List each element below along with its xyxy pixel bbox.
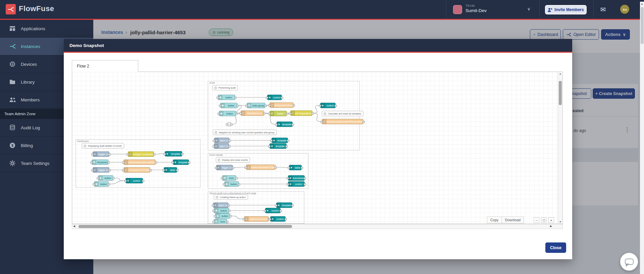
flow-node-label: sendEventDetailsToTable <box>251 165 275 170</box>
bluegray-node-icon: ▸ <box>213 203 218 208</box>
flow-node-label: button <box>224 111 236 116</box>
person-add-icon <box>548 8 552 12</box>
horizontal-scrollbar-thumb[interactable] <box>79 225 292 228</box>
scroll-up-arrow-icon[interactable]: ▲ <box>558 73 562 75</box>
ui-node-icon: ▤ <box>222 176 227 180</box>
flow-node-control: ◈control <box>288 181 305 187</box>
flow-tab[interactable]: Flow 2 <box>72 60 138 72</box>
flow-node-form: ▤form <box>214 219 227 224</box>
sidebar-item-label: Billing <box>21 143 33 148</box>
modal-title: Demo Snapshot <box>69 43 104 48</box>
teal-node-icon: ◈ <box>267 95 272 100</box>
change-node-icon: × <box>128 152 133 156</box>
sidebar-item-label: Devices <box>21 62 37 67</box>
zoom-in-button[interactable]: + <box>548 217 554 223</box>
teal-node-icon: ◈ <box>270 144 274 148</box>
flow-node-label: trigger 1x <box>97 152 109 156</box>
user-avatar[interactable]: su <box>620 5 629 14</box>
flow-node-sendAvgScoreToTable: ƒsendAvgScoreToTable <box>123 167 150 173</box>
flow-comment: steppers for showing user current questi… <box>213 130 277 135</box>
comment-icon <box>214 131 217 134</box>
flow-node-label: radio-group <box>251 103 265 108</box>
scroll-up-arrow-icon[interactable]: ▲ <box>640 2 644 5</box>
flow-node-table: ◈table <box>289 165 302 170</box>
copy-button[interactable]: Copy <box>487 217 502 223</box>
flow-node-button: ◉button <box>224 181 239 187</box>
zoom-reset-button[interactable] <box>541 217 547 223</box>
flow-node-set-msg.payload: ×set msg.payload <box>290 110 312 116</box>
flow-node-label: button <box>225 103 237 108</box>
sidebar-item-applications[interactable]: Applications <box>0 20 93 38</box>
page-scrollbar[interactable]: ▲ <box>640 2 644 274</box>
zoom-reset-circle-icon <box>543 219 545 222</box>
function-node-icon: ƒ <box>322 119 327 124</box>
flow-node-label: logEventFunction <box>249 217 268 221</box>
teal-node-icon: ◈ <box>126 178 130 183</box>
team-avatar[interactable] <box>453 5 462 14</box>
function-node-icon: ƒ <box>124 160 128 165</box>
sidebar-item-label: Team Settings <box>21 161 50 166</box>
flow-comment-label: steppers for showing user current questi… <box>219 131 275 134</box>
flow-node-dropdown: ▤dropdown <box>92 159 108 165</box>
comment-icon <box>214 86 217 89</box>
mail-icon[interactable]: ✉ <box>600 6 606 13</box>
teal-node-icon: ◈ <box>265 208 270 213</box>
flow-node-label: button <box>220 214 230 218</box>
zoom-out-button[interactable]: − <box>534 217 539 223</box>
flowfuse-logo-icon[interactable] <box>6 4 16 14</box>
flow-node-template: ◈template <box>165 151 182 156</box>
flow-node-button: ◉button <box>219 111 236 116</box>
download-button[interactable]: Download <box>502 217 524 223</box>
button-node-icon: ◉ <box>215 214 220 218</box>
teal-node-icon: ◈ <box>277 203 281 208</box>
function-node-icon: ƒ <box>244 217 249 221</box>
demo-snapshot-modal: Demo Snapshot Flow 2 AuditDashboardEvent… <box>64 39 572 259</box>
header-divider <box>593 0 594 19</box>
vertical-scrollbar[interactable]: ▲ ▼ <box>558 72 562 224</box>
flow-node-label: form <box>227 176 236 180</box>
flow-node-storeQuestionScore: ƒstoreQuestionScore <box>269 102 294 108</box>
team-name[interactable]: Sumit-Dev <box>465 8 487 13</box>
flow-node-switch: ≶switch <box>269 111 287 116</box>
zoom-controls: − + <box>534 217 554 223</box>
header-divider <box>446 0 446 19</box>
flow-link-node <box>227 122 231 126</box>
flow-node-label: table <box>294 165 301 170</box>
flow-node-inject-1x: ▸inject 1x <box>214 143 229 149</box>
flow-node-change-5-properties: ×change 5 properties <box>128 151 154 157</box>
scroll-right-arrow-icon[interactable]: ▶ <box>550 225 552 228</box>
header-divider <box>539 0 540 19</box>
flow-node-sendScoresAndScoreDetails: ƒsendScoresAndScoreDetails <box>123 159 156 165</box>
flow-node-handleActions: ƒhandleActions <box>241 110 264 116</box>
flow-node-calculateTotalScoreAndPassedAudit: ƒcalculateTotalScoreAndPassedAudit <box>322 119 363 124</box>
team-chevron-down-icon[interactable]: ∨ <box>527 6 531 11</box>
invite-members-button[interactable]: Invite Members <box>545 5 587 14</box>
sidebar-item-label: Library <box>21 80 35 85</box>
teal-node-icon: ◈ <box>173 160 178 165</box>
switch-node-icon: ≶ <box>270 111 274 116</box>
canvas-actions: Copy Download <box>487 217 524 223</box>
scroll-left-arrow-icon[interactable]: ◀ <box>73 225 75 228</box>
flow-node-template: ◈template <box>173 159 189 165</box>
flow-comment-label: Creating follow-up action <box>220 196 246 198</box>
flow-node-inject-1x: ▸inject 1x <box>214 138 230 143</box>
flow-node-control: ◈control <box>126 178 143 183</box>
comment-icon <box>84 144 87 147</box>
button-node-icon: ◉ <box>220 103 225 108</box>
page-scrollbar-thumb[interactable] <box>641 7 644 44</box>
flow-node-label: template <box>274 144 286 148</box>
flow-node-label: handleActions <box>245 111 264 116</box>
flow-node-label: control <box>275 217 285 221</box>
close-button[interactable]: Close <box>545 242 566 253</box>
flow-group-label: Event details <box>209 154 223 156</box>
bluegray-node-icon: ▸ <box>93 152 97 156</box>
vertical-scrollbar-thumb[interactable] <box>559 81 562 105</box>
flow-node-trigger-1x: ▸trigger 1x <box>93 151 109 157</box>
scroll-down-arrow-icon[interactable]: ▼ <box>558 221 562 223</box>
comment-icon <box>324 112 327 115</box>
flow-node-label: sendScoresAndScoreDetails <box>128 160 155 165</box>
flow-node-label: set msg.payload <box>295 111 312 116</box>
horizontal-scrollbar[interactable]: ◀ ▶ <box>72 224 563 229</box>
chat-bubble-icon <box>625 259 634 265</box>
chat-widget-button[interactable] <box>620 253 638 271</box>
